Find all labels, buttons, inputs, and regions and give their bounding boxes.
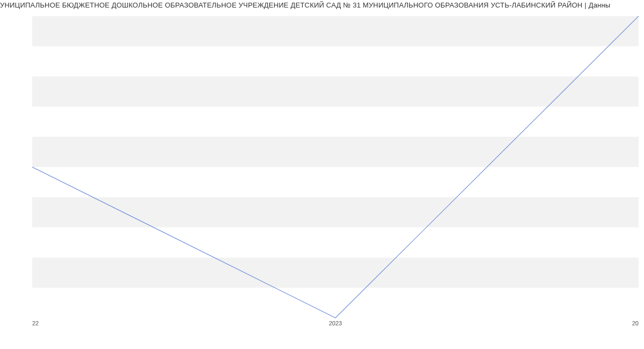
chart-svg: 2400024200244002460024800250002520025400… xyxy=(32,12,639,329)
svg-rect-2 xyxy=(32,137,639,167)
x-tick-label: 2022 xyxy=(32,320,39,326)
svg-rect-4 xyxy=(32,16,639,46)
chart-plot-area: 2400024200244002460024800250002520025400… xyxy=(32,12,639,329)
x-tick-label: 2023 xyxy=(329,320,342,326)
svg-rect-3 xyxy=(32,76,639,106)
svg-rect-0 xyxy=(32,258,639,288)
x-tick-label: 2024 xyxy=(632,320,639,326)
chart-title: УНИЦИПАЛЬНОЕ БЮДЖЕТНОЕ ДОШКОЛЬНОЕ ОБРАЗО… xyxy=(0,1,644,9)
